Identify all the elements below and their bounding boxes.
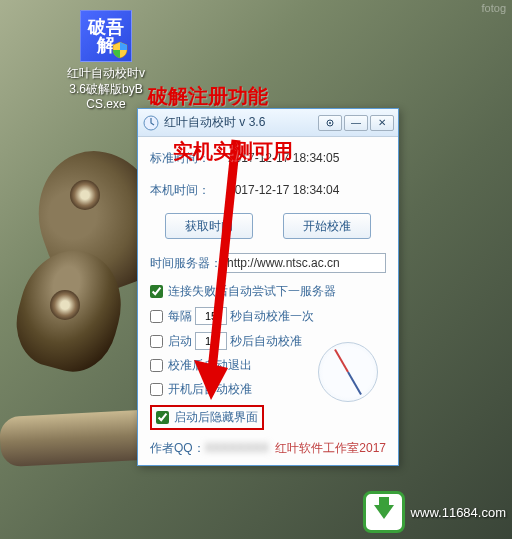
author-info: 作者QQ：XXXXXXXX bbox=[150, 440, 269, 457]
minimize-icon: — bbox=[351, 117, 361, 128]
watermark: fotog bbox=[482, 2, 506, 14]
titlebar[interactable]: 红叶自动校时 v 3.6 — ✕ bbox=[138, 109, 398, 137]
close-button[interactable]: ✕ bbox=[370, 115, 394, 131]
delay-input[interactable] bbox=[195, 332, 227, 350]
local-time-value: 2017-12-17 18:34:04 bbox=[218, 183, 386, 197]
check-interval[interactable]: 每隔 秒自动校准一次 bbox=[150, 307, 386, 325]
server-select[interactable] bbox=[222, 253, 386, 273]
check-delay-box[interactable] bbox=[150, 335, 163, 348]
uac-shield-icon bbox=[111, 41, 129, 59]
check-retry[interactable]: 连接失败后自动尝试下一服务器 bbox=[150, 283, 386, 300]
get-time-button[interactable]: 获取时间 bbox=[165, 213, 253, 239]
start-sync-button[interactable]: 开始校准 bbox=[283, 213, 371, 239]
compass-icon bbox=[318, 342, 378, 402]
interval-input[interactable] bbox=[195, 307, 227, 325]
options-group: 连接失败后自动尝试下一服务器 每隔 秒自动校准一次 启动 秒后自动校准 校准后自… bbox=[150, 283, 386, 430]
studio-label: 红叶软件工作室2017 bbox=[275, 440, 386, 457]
annotation-tested: 实机实测可用 bbox=[173, 138, 293, 165]
check-interval-box[interactable] bbox=[150, 310, 163, 323]
site-watermark: www.11684.com bbox=[363, 491, 506, 533]
shortcut-label: 红叶自动校时v3.6破解版byBCS.exe bbox=[65, 66, 147, 113]
gear-icon bbox=[325, 118, 335, 128]
server-label: 时间服务器： bbox=[150, 255, 222, 272]
check-auto-exit-box[interactable] bbox=[150, 359, 163, 372]
shortcut-icon: 破吾 解 bbox=[80, 10, 132, 62]
highlighted-option: 启动后隐藏界面 bbox=[150, 405, 264, 430]
window-body: 标准时间： 2017-12-17 18:34:05 本机时间： 2017-12-… bbox=[138, 137, 398, 465]
desktop-shortcut[interactable]: 破吾 解 红叶自动校时v3.6破解版byBCS.exe bbox=[65, 10, 147, 113]
site-url: www.11684.com bbox=[411, 505, 506, 520]
check-hide-label: 启动后隐藏界面 bbox=[174, 409, 258, 426]
svg-point-2 bbox=[329, 122, 331, 124]
desktop-background: fotog 破吾 解 红叶自动校时v3.6破解版byBCS.exe 破解注册功能… bbox=[0, 0, 512, 539]
minimize-button[interactable]: — bbox=[344, 115, 368, 131]
app-icon bbox=[142, 114, 160, 132]
close-icon: ✕ bbox=[378, 117, 386, 128]
check-retry-box[interactable] bbox=[150, 285, 163, 298]
annotation-crack: 破解注册功能 bbox=[148, 83, 268, 110]
window-title: 红叶自动校时 v 3.6 bbox=[164, 114, 318, 131]
check-hide-box[interactable] bbox=[156, 411, 169, 424]
check-autostart-box[interactable] bbox=[150, 383, 163, 396]
download-icon bbox=[363, 491, 405, 533]
settings-button[interactable] bbox=[318, 115, 342, 131]
local-time-label: 本机时间： bbox=[150, 182, 218, 199]
